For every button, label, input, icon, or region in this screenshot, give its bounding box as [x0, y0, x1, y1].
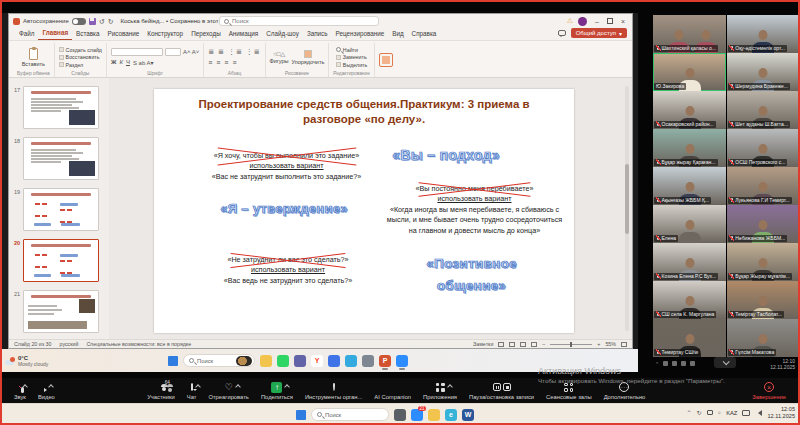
tab-Рецензирование[interactable]: Рецензирование — [332, 28, 389, 40]
search-input[interactable]: Поиск — [219, 16, 379, 26]
participant-tile[interactable]: Нәбижанова ЖББМ... — [727, 205, 800, 243]
zoom-chat-button[interactable]: Чат — [181, 378, 203, 403]
participant-tile[interactable]: Козина Елена Р.С Бух... — [653, 243, 726, 281]
viewer-clock[interactable]: 12:05 12.11.2025 — [767, 406, 795, 420]
fit-slide-icon[interactable] — [621, 342, 627, 347]
normal-view-icon[interactable] — [498, 342, 504, 347]
taskbar-app-icon[interactable] — [394, 409, 406, 421]
undo-icon[interactable]: ↺ — [99, 18, 105, 25]
taskbar-app-icon[interactable] — [428, 409, 440, 421]
slide-thumbnail-panel[interactable]: 1718192021 — [9, 78, 109, 339]
zoom-slider[interactable] — [550, 344, 592, 345]
tab-Справка[interactable]: Справка — [408, 28, 441, 40]
participant-tile[interactable]: Шахтинский қаласы о... — [653, 15, 726, 53]
tab-Рисование[interactable]: Рисование — [104, 28, 144, 40]
tab-Вид[interactable]: Вид — [388, 28, 407, 40]
start-button[interactable] — [168, 356, 178, 366]
list-buttons[interactable]: ≣ ≣ ⋮≣ ⋮≣ — [208, 48, 260, 56]
tab-Слайд-шоу[interactable]: Слайд-шоу — [262, 28, 303, 40]
taskbar-app-icon[interactable] — [362, 355, 374, 367]
taskbar-app-icon[interactable] — [260, 355, 272, 367]
participant-tile[interactable]: СШ села К. Маргулана — [653, 281, 726, 319]
keyboard-language[interactable]: KAZ — [726, 410, 737, 416]
zoom-out-button[interactable]: – — [542, 341, 545, 347]
taskbar-search[interactable]: Поиск — [183, 354, 255, 367]
participant-tile[interactable]: Оқу-әдістемелік орт... — [727, 15, 800, 53]
participant-tile[interactable]: Осакаровский район... — [653, 91, 726, 129]
participant-tile[interactable]: Лукьянова Г.И Темирт... — [727, 167, 800, 205]
redo-icon[interactable]: ↻ — [108, 18, 114, 25]
participant-tile[interactable]: ОСШ Петровского с... — [727, 129, 800, 167]
display-tray-icon[interactable] — [742, 410, 750, 416]
taskbar-app-icon[interactable] — [277, 355, 289, 367]
taskbar-app-icon[interactable]: e — [445, 409, 457, 421]
chevron-up-icon[interactable] — [235, 384, 241, 390]
font-style-buttons[interactable]: Ж К Ч S ab A▾ — [111, 59, 199, 66]
slide-thumbnail-17[interactable]: 17 — [11, 86, 105, 129]
zoom-percent[interactable]: 55% — [605, 341, 616, 347]
slide-thumbnail-20[interactable]: 20 — [11, 239, 105, 282]
tray-icon[interactable] — [690, 361, 695, 366]
zoom-mic-button[interactable]: Звук — [8, 378, 32, 403]
taskbar-app-icon[interactable] — [345, 355, 357, 367]
taskbar-app-icon[interactable] — [294, 355, 306, 367]
hidden-icons-chevron[interactable]: ⌃ — [686, 409, 691, 416]
speaker-icon[interactable] — [755, 410, 762, 416]
minimize-button[interactable]: – — [592, 18, 602, 25]
slide-scrollbar[interactable] — [625, 86, 629, 331]
tab-Вставка[interactable]: Вставка — [72, 28, 103, 40]
taskbar-app-icon[interactable]: Y — [311, 355, 323, 367]
designer-icon[interactable] — [379, 53, 393, 67]
select-button[interactable]: Выделить — [336, 62, 367, 68]
restore-button-ribbon[interactable]: Восстановить — [59, 54, 102, 60]
tray-icon[interactable] — [681, 361, 686, 366]
taskbar-search[interactable]: Поиск — [311, 408, 389, 421]
arrange-button[interactable]: Упорядочить — [292, 50, 325, 65]
close-button[interactable]: × — [618, 18, 628, 25]
camera-tray-icon[interactable] — [707, 410, 713, 415]
accessibility-status[interactable]: Специальные возможности: все в порядке — [87, 341, 192, 347]
participant-tile[interactable]: Ю.Закирова — [653, 53, 726, 91]
find-button[interactable]: Найти — [336, 47, 367, 53]
zoom-people-button[interactable]: 64Участники — [141, 378, 181, 403]
replace-button[interactable]: Заменить — [336, 54, 367, 60]
zoom-cam-button[interactable]: Видео — [32, 378, 61, 403]
save-icon[interactable] — [89, 18, 96, 25]
font-size-select[interactable] — [165, 48, 181, 56]
font-name-select[interactable] — [111, 48, 163, 56]
language-indicator[interactable]: русский — [60, 341, 79, 347]
start-button[interactable] — [296, 410, 306, 420]
zoom-end-button[interactable]: ×Завершение — [746, 378, 792, 403]
taskbar-app-icon[interactable]: P — [379, 355, 391, 367]
slide[interactable]: Проектирование средств общения.Практикум… — [154, 89, 574, 333]
align-buttons[interactable]: ≡ ≡ ≡ ≡ — [208, 59, 260, 66]
participant-tile[interactable]: Гүлсім Макатова — [727, 319, 800, 357]
participant-tile[interactable]: Елена — [653, 205, 726, 243]
tab-Переходы[interactable]: Переходы — [187, 28, 225, 40]
comments-icon[interactable] — [558, 30, 566, 36]
participant-tile[interactable]: Шермудина Бракеже... — [727, 53, 800, 91]
share-access-button[interactable]: Общий доступ▾ — [571, 28, 627, 38]
tab-Анимация[interactable]: Анимация — [225, 28, 263, 40]
zoom-apps-button[interactable]: Приложения — [417, 378, 463, 403]
reading-view-icon[interactable] — [520, 342, 526, 347]
zoom-rec-button[interactable]: Пауза/остановка записи — [463, 378, 540, 403]
tab-Конструктор[interactable]: Конструктор — [143, 28, 187, 40]
tab-Запись[interactable]: Запись — [303, 28, 332, 40]
tray-icon[interactable] — [663, 361, 668, 366]
paste-button[interactable]: Вставить — [22, 48, 45, 67]
chevron-up-icon[interactable] — [285, 384, 291, 390]
tray-icon[interactable] — [672, 361, 677, 366]
slide-thumbnail-18[interactable]: 18 — [11, 137, 105, 180]
weather-widget[interactable]: 0°C Mostly cloudy — [0, 355, 70, 367]
zoom-in-button[interactable]: + — [597, 341, 600, 347]
zoom-rooms-button[interactable]: Сеансовые залы — [540, 378, 598, 403]
autosave-toggle[interactable] — [72, 18, 86, 25]
chevron-up-icon[interactable] — [447, 384, 453, 390]
taskbar-app-icon[interactable]: W — [462, 409, 474, 421]
participant-tile[interactable]: Шет ауданы Ш.Батта... — [727, 91, 800, 129]
zoom-react-button[interactable]: ♡Отреагировать — [202, 378, 254, 403]
participant-tile[interactable]: Бұқар Жырау мұғалім... — [727, 243, 800, 281]
participant-tile[interactable]: Темиртау СШ№ — [653, 319, 726, 357]
zoom-share-button[interactable]: ↑Поделиться — [255, 378, 299, 403]
